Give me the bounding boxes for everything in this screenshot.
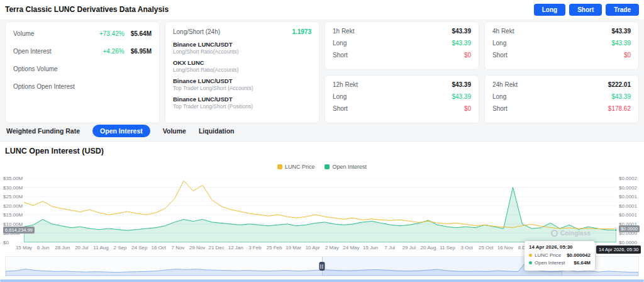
stat-row-volume[interactable]: Volume +73.42%$5.64M [13,30,152,37]
rekt-title: 24h Rekt [492,81,518,88]
rekt-short-label: Short [492,105,508,112]
rekt-title: 1h Rekt [333,28,354,35]
x-axis-tick: 2 Sep [114,245,127,251]
current-open-interest-badge: 6,614,234.99 [3,227,35,234]
y-axis-left-tick: $15.00M [3,212,23,218]
page-title: Terra Classic LUNC Derivatives Data Anal… [5,5,169,14]
lunc-price-swatch-icon [277,164,282,169]
stat-change: +4.26% [103,48,124,55]
x-axis-tick: 20 Aug [420,245,436,251]
rekt-total: $43.39 [452,28,471,35]
rekt-long-value: $43.39 [452,93,471,100]
tab-open-interest[interactable]: Open Interest [92,125,150,137]
stat-row-options-volume[interactable]: Options Volume [13,65,152,72]
x-axis-tick: 28 Jun [55,245,70,251]
x-axis-tick: 19 Mar [286,245,301,251]
open-interest-dot-icon [529,261,532,264]
x-axis-tick: 20 Jul [75,245,88,251]
x-axis-tick: 2 May [325,245,339,251]
ls-item-binance-top-trader-positions[interactable]: Binance LUNC/USDT Top Trader Long/Short … [173,96,311,110]
legend-item-lunc-price[interactable]: LUNC Price [277,164,315,170]
ls-item-okx-accounts[interactable]: OKX LUNC Long/Short Ratio(Accounts) [173,59,311,73]
rekt-card-4h: 4h Rekt$43.39 Long$43.39 Short$0 [484,21,639,70]
tooltip-row-open-interest: Open Interest $6.64M [529,260,591,266]
rekt-long-value: $43.39 [611,93,631,100]
rekt-long-label: Long [333,93,347,100]
chart-plot-area[interactable] [24,178,616,242]
rekt-total: $222.01 [608,81,631,88]
stat-row-options-open-interest[interactable]: Options Open Interest [13,83,152,90]
horizontal-scrollbar[interactable] [0,279,644,282]
stat-label: Volume [13,30,34,37]
stat-row-open-interest[interactable]: Open Interest +4.26%$6.95M [13,48,152,55]
rekt-short-label: Short [492,52,508,59]
stat-value: $6.95M [131,48,152,55]
x-axis-tick: 11 Aug [93,245,108,251]
lunc-price-line-series [24,181,616,229]
trade-button[interactable]: Trade [606,4,639,16]
y-axis-right: $0.0000 $0.0002$0.0002$0.0001$0.0001$0.0… [618,178,643,242]
rekt-column-1: 1h Rekt$43.39 Long$43.39 Short$0 12h Rek… [325,21,479,123]
x-axis-tick: 12 Jan [228,245,243,251]
main-chart-svg [24,178,616,242]
y-axis-left-tick: $0 [3,240,9,245]
x-axis-tick: 6 Jun [37,245,50,251]
y-axis-right-tick: $0.0000 [619,240,637,245]
x-axis-tick: 29 Jul [402,245,416,251]
long-short-ratio-value: 1.1973 [292,28,311,35]
x-axis-tick: 29 Nov [189,245,205,251]
rekt-long-value: $43.39 [611,40,631,47]
rekt-title: 4h Rekt [492,28,514,35]
y-axis-right-tick: $0.0002 [619,176,637,181]
x-axis-tick: 11 Sep [440,245,455,251]
legend-item-open-interest[interactable]: Open Interest [325,164,367,170]
rekt-card-12h: 12h Rekt$43.39 Long$43.39 Short$0 [325,75,479,123]
chart-card: LUNC Open Interest (USD) LUNC Price Open… [0,141,644,282]
hover-marker-dot [615,228,617,232]
rekt-short-value: $0 [464,52,471,59]
stat-label: Options Volume [13,65,58,72]
coinglass-watermark: Coinglass [551,230,591,237]
tooltip-date: 14 Apr 2026, 05:30 [529,244,591,250]
stat-change: +73.42% [99,30,125,37]
navigator-left-handle-icon[interactable] [319,262,325,271]
x-axis-tick: 10 Apr [306,245,320,251]
open-interest-swatch-icon [325,164,330,169]
x-axis-tick: 15 May [16,245,32,251]
y-axis-right-tick: $0.0001 [619,194,637,200]
rekt-long-label: Long [492,93,506,100]
y-axis-left-tick: $35.00M [3,176,23,181]
y-axis-left-tick: $20.00M [3,203,23,209]
ls-item-binance-top-trader-accounts[interactable]: Binance LUNC/USDT Top Trader Long/Short … [173,77,311,91]
y-axis-right-tick: $0.0001 [619,212,637,218]
rekt-short-value: $0 [624,52,631,59]
short-button[interactable]: Short [569,4,602,16]
tab-liquidation[interactable]: Liquidation [199,127,235,135]
price-dot-icon [529,254,532,257]
rekt-column-2: 4h Rekt$43.39 Long$43.39 Short$0 24h Rek… [484,21,639,123]
ls-item-binance-accounts[interactable]: Binance LUNC/USDT Long/Short Ratio(Accou… [173,41,311,55]
x-axis-tick: 25 Feb [267,245,282,251]
y-axis-right-tick: $0.0002 [619,185,637,191]
tab-volume[interactable]: Volume [163,127,186,135]
x-axis-tick: 16 Nov [497,245,513,251]
rekt-short-value: $0 [464,105,471,112]
x-axis-tick: 15 Jun [363,245,378,251]
rekt-total: $43.39 [611,28,631,35]
rekt-title: 12h Rekt [333,81,358,88]
long-short-header: Long/Short (24h) 1.1973 [173,28,311,35]
x-axis-tick: 16 Oct [152,245,167,251]
rekt-total: $43.39 [452,81,471,88]
long-button[interactable]: Long [534,4,565,16]
stat-label: Options Open Interest [13,83,75,90]
volume-stats-card: Volume +73.42%$5.64M Open Interest +4.26… [5,21,160,123]
x-axis-tick: 24 Sep [131,245,147,251]
x-axis-date-badge: 14 Apr 2026, 05:30 [596,245,641,254]
rekt-card-1h: 1h Rekt$43.39 Long$43.39 Short$0 [325,21,479,70]
x-axis-tick: 3 Oct [461,245,473,251]
tab-weighted-funding-rate[interactable]: Weighted Funding Rate [6,127,80,135]
rekt-long-label: Long [492,40,506,47]
rekt-short-value: $178.62 [608,105,631,112]
long-short-label: Long/Short (24h) [173,28,220,35]
y-axis-right-tick: $0.0001 [619,203,637,209]
